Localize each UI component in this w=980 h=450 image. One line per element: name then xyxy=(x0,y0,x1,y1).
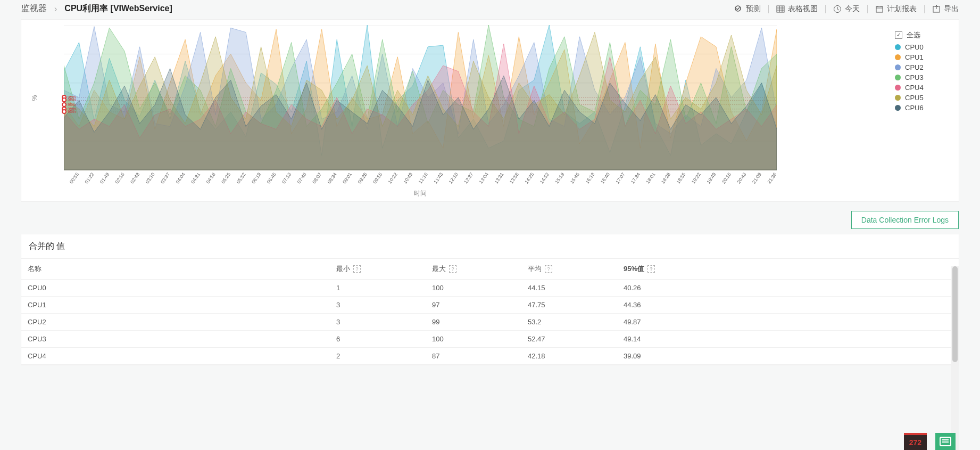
svg-text:11:16: 11:16 xyxy=(418,171,429,184)
table-header[interactable]: 最大? xyxy=(426,259,521,280)
svg-text:01:49: 01:49 xyxy=(99,171,110,184)
legend-item-label: CPU0 xyxy=(905,43,924,51)
svg-text:10:22: 10:22 xyxy=(387,171,398,184)
svg-text:04:58: 04:58 xyxy=(205,171,217,184)
svg-text:01:22: 01:22 xyxy=(84,171,95,184)
today-label: 今天 xyxy=(845,4,860,14)
chart-legend: ✓ 全选 CPU0CPU1CPU2CPU3CPU4CPU5CPU6 xyxy=(888,25,953,114)
forecast-button[interactable]: 预测 xyxy=(734,4,761,14)
svg-text:02:16: 02:16 xyxy=(114,171,126,184)
svg-text:16:13: 16:13 xyxy=(584,171,595,184)
clock-icon xyxy=(833,5,842,13)
table-scrollbar[interactable] xyxy=(951,266,959,450)
svg-text:06:19: 06:19 xyxy=(251,171,262,184)
table-cell: 39.09 xyxy=(617,348,959,365)
legend-item-cpu3[interactable]: CPU3 xyxy=(895,73,953,81)
table-cell: 99 xyxy=(426,314,521,331)
table-cell: 52.47 xyxy=(521,331,617,348)
table-view-button[interactable]: 表格视图 xyxy=(776,4,818,14)
table-header[interactable]: 95%值? xyxy=(617,259,959,280)
table-header[interactable]: 最小? xyxy=(330,259,426,280)
table-header[interactable]: 平均? xyxy=(521,259,617,280)
help-icon[interactable]: ? xyxy=(449,265,456,273)
chart-area: % 02040608010000:2800:5501:2201:4902:160… xyxy=(48,25,888,198)
export-button[interactable]: 导出 xyxy=(932,4,959,14)
svg-text:18:55: 18:55 xyxy=(675,171,686,184)
table-cell: CPU0 xyxy=(21,280,330,297)
separator xyxy=(768,5,769,13)
svg-text:20:43: 20:43 xyxy=(736,171,748,184)
help-icon[interactable]: ? xyxy=(647,265,655,273)
forecast-icon xyxy=(734,5,743,13)
legend-dot-icon xyxy=(895,64,901,70)
chart-card: % 02040608010000:2800:5501:2201:4902:160… xyxy=(21,20,959,201)
svg-text:18:28: 18:28 xyxy=(660,171,671,184)
table-view-label: 表格视图 xyxy=(788,4,818,14)
legend-dot-icon xyxy=(895,54,901,60)
svg-text:20:16: 20:16 xyxy=(721,171,732,184)
export-icon xyxy=(932,5,941,13)
legend-item-cpu2[interactable]: CPU2 xyxy=(895,63,953,71)
table-cell: 6 xyxy=(330,331,426,348)
legend-dot-icon xyxy=(895,44,901,50)
legend-item-label: CPU1 xyxy=(905,53,924,61)
svg-text:03:37: 03:37 xyxy=(160,171,171,184)
export-label: 导出 xyxy=(944,4,959,14)
breadcrumb-root[interactable]: 监视器 xyxy=(21,3,47,14)
svg-text:05:52: 05:52 xyxy=(236,171,247,184)
svg-text:08:07: 08:07 xyxy=(311,171,322,184)
help-icon[interactable]: ? xyxy=(545,265,552,273)
legend-item-cpu4[interactable]: CPU4 xyxy=(895,84,953,92)
svg-text:09:28: 09:28 xyxy=(357,171,368,184)
data-collection-error-logs-button[interactable]: Data Collection Error Logs xyxy=(851,211,959,229)
alert-count-badge[interactable]: 272 xyxy=(904,433,927,450)
svg-text:21:36: 21:36 xyxy=(767,171,777,184)
table-cell: 97 xyxy=(426,297,521,314)
svg-text:02:43: 02:43 xyxy=(129,171,140,184)
svg-text:15:19: 15:19 xyxy=(554,171,565,184)
legend-item-label: CPU2 xyxy=(905,63,924,71)
table-cell: CPU4 xyxy=(21,348,330,365)
svg-text:17:34: 17:34 xyxy=(630,171,641,184)
svg-text:16:40: 16:40 xyxy=(600,171,611,184)
legend-dot-icon xyxy=(895,105,901,111)
today-button[interactable]: 今天 xyxy=(833,4,860,14)
chat-button[interactable] xyxy=(935,433,956,450)
page-title: CPU利用率 [VIWebService] xyxy=(64,3,172,14)
summary-table: 名称最小?最大?平均?95%值?CPU0110044.1540.26CPU139… xyxy=(21,258,959,365)
help-icon[interactable]: ? xyxy=(353,265,361,273)
scrollbar-thumb[interactable] xyxy=(952,266,958,362)
table-cell: 42.18 xyxy=(521,348,617,365)
table-cell: 100 xyxy=(426,280,521,297)
legend-dot-icon xyxy=(895,85,901,91)
schedule-report-button[interactable]: 计划报表 xyxy=(875,4,917,14)
legend-item-label: CPU4 xyxy=(905,84,924,92)
legend-item-cpu1[interactable]: CPU1 xyxy=(895,53,953,61)
svg-text:21:09: 21:09 xyxy=(751,171,762,184)
svg-text:12:37: 12:37 xyxy=(463,171,474,184)
legend-item-cpu0[interactable]: CPU0 xyxy=(895,43,953,51)
table-cell: 3 xyxy=(330,314,426,331)
legend-item-label: CPU5 xyxy=(905,94,924,102)
svg-text:03:10: 03:10 xyxy=(145,171,156,184)
svg-text:11:43: 11:43 xyxy=(433,171,444,184)
svg-text:05:25: 05:25 xyxy=(220,171,231,184)
calendar-icon xyxy=(875,5,884,13)
table-cell: 53.2 xyxy=(521,314,617,331)
legend-item-cpu5[interactable]: CPU5 xyxy=(895,94,953,102)
legend-dot-icon xyxy=(895,75,901,80)
breadcrumb: 监视器 › CPU利用率 [VIWebService] xyxy=(21,3,172,14)
svg-text:07:13: 07:13 xyxy=(281,171,292,184)
chevron-right-icon: › xyxy=(54,4,57,14)
svg-text:00:55: 00:55 xyxy=(69,171,80,184)
schedule-report-label: 计划报表 xyxy=(887,4,917,14)
svg-rect-1 xyxy=(777,6,784,12)
separator xyxy=(924,5,925,13)
table-header[interactable]: 名称 xyxy=(21,259,330,280)
chart-plot[interactable]: 02040608010000:2800:5501:2201:4902:1602:… xyxy=(64,25,777,170)
legend-item-cpu6[interactable]: CPU6 xyxy=(895,104,953,112)
svg-text:14:52: 14:52 xyxy=(539,171,550,184)
y-axis-label: % xyxy=(31,95,38,101)
legend-select-all[interactable]: ✓ 全选 xyxy=(895,30,953,40)
table-cell: 47.75 xyxy=(521,297,617,314)
